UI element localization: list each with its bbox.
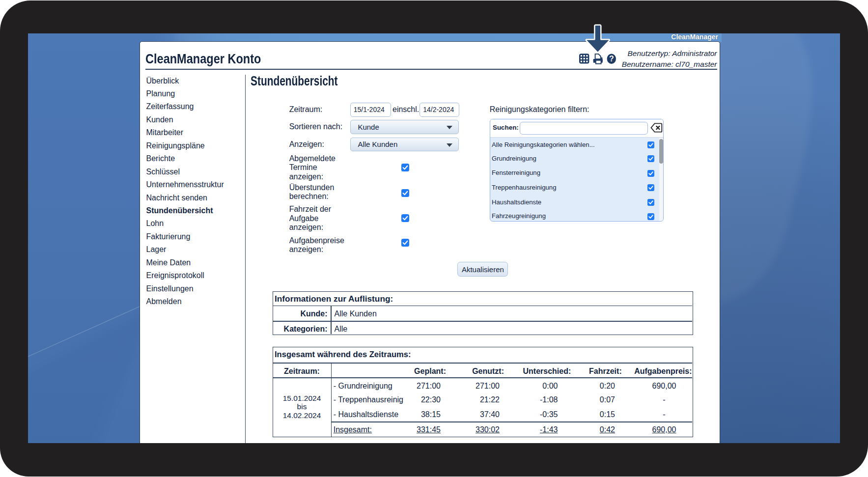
svg-text:?: ? (609, 55, 614, 63)
